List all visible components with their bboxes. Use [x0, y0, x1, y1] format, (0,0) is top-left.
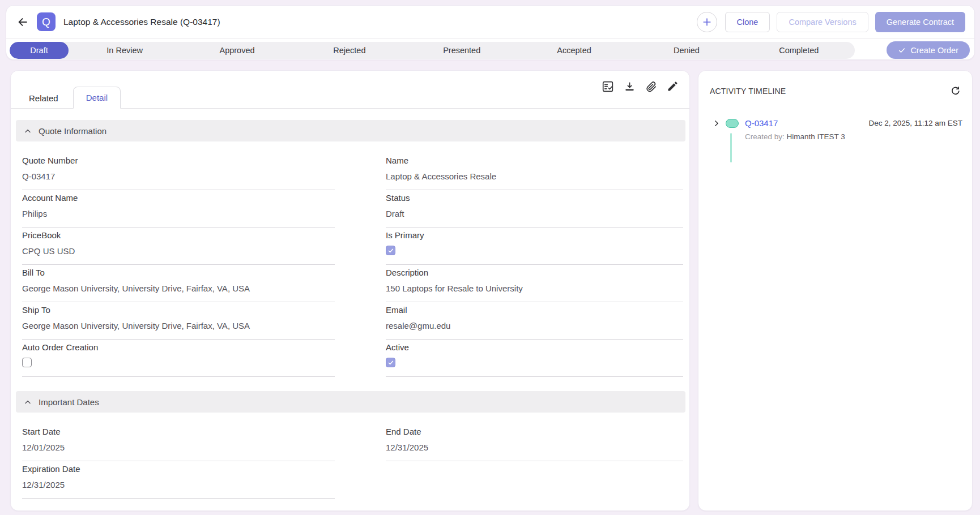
page-title: Laptop & Accessories Resale (Q-03417) — [63, 17, 220, 27]
status-step-completed[interactable]: Completed — [743, 42, 855, 59]
activity-timeline-header: ACTIVITY TIMELINE — [698, 71, 972, 99]
clone-button[interactable]: Clone — [725, 12, 770, 32]
download-button[interactable] — [620, 78, 638, 96]
field-label: Ship To — [22, 305, 335, 315]
fields-column-right: Name Laptop & Accessories Resale Status … — [386, 156, 683, 380]
field-label: Description — [386, 268, 683, 278]
status-step-approved[interactable]: Approved — [181, 42, 293, 59]
section-title: Quote Information — [39, 126, 106, 136]
arrow-left-icon — [16, 16, 29, 28]
paperclip-icon — [645, 80, 658, 93]
field-label: Auto Order Creation — [22, 342, 335, 353]
field-value: Draft — [386, 208, 683, 220]
fact-check-button[interactable] — [599, 78, 617, 96]
field-label: Expiration Date — [22, 464, 335, 474]
field-active: Active — [386, 342, 683, 377]
active-checkbox[interactable] — [386, 358, 395, 367]
field-label: Bill To — [22, 268, 335, 278]
attach-button[interactable] — [642, 78, 660, 96]
field-start-date: Start Date 12/01/2025 — [22, 427, 335, 461]
field-value: George Mason University, University Driv… — [22, 320, 335, 332]
activity-timeline-panel: ACTIVITY TIMELINE Q-03417 Dec 2, 2025, 1… — [698, 70, 973, 511]
field-status: Status Draft — [386, 193, 683, 228]
field-label: Name — [386, 156, 683, 166]
chevron-up-icon — [23, 126, 32, 135]
compare-versions-button[interactable]: Compare Versions — [777, 12, 868, 32]
field-value — [386, 246, 683, 257]
fields-column-left: Start Date 12/01/2025 Expiration Date 12… — [22, 427, 335, 501]
timeline-entry: Q-03417 Dec 2, 2025, 11:12 am EST Create… — [698, 118, 972, 141]
generate-contract-button[interactable]: Generate Contract — [875, 12, 965, 32]
header-card: Q Laptop & Accessories Resale (Q-03417) … — [6, 5, 975, 60]
quote-information-fields: Quote Number Q-03417 Account Name Philip… — [16, 141, 685, 380]
add-button[interactable] — [697, 12, 717, 32]
fact-check-icon — [601, 80, 615, 93]
status-row: Draft In Review Approved Rejected Presen… — [6, 38, 974, 59]
timeline-record-link[interactable]: Q-03417 — [745, 118, 778, 128]
field-ship-to: Ship To George Mason University, Univers… — [22, 305, 335, 340]
section-title: Important Dates — [39, 397, 99, 407]
field-value: 12/01/2025 — [22, 442, 335, 453]
edit-button[interactable] — [663, 78, 681, 96]
important-dates-fields: Start Date 12/01/2025 Expiration Date 12… — [16, 413, 685, 501]
status-step-in-review[interactable]: In Review — [69, 42, 181, 59]
created-by-label: Created by: — [745, 132, 785, 141]
section-important-dates[interactable]: Important Dates — [16, 391, 685, 413]
field-value: 12/31/2025 — [22, 479, 335, 491]
tab-bar: Related Detail — [21, 87, 121, 109]
is-primary-checkbox[interactable] — [386, 246, 395, 255]
field-value — [386, 358, 683, 369]
avatar-letter: Q — [42, 16, 50, 28]
check-icon — [898, 46, 906, 54]
create-order-button[interactable]: Create Order — [887, 41, 970, 59]
field-value — [22, 358, 335, 369]
tab-detail[interactable]: Detail — [73, 87, 121, 109]
field-label: Account Name — [22, 193, 335, 203]
chevron-up-icon — [23, 397, 32, 406]
field-is-primary: Is Primary — [386, 230, 683, 265]
field-value: 150 Laptops for Resale to University — [386, 283, 683, 294]
field-label: Status — [386, 193, 683, 203]
chevron-right-icon — [713, 119, 721, 127]
card-toolbar: Related Detail — [11, 71, 689, 109]
field-label: Quote Number — [22, 156, 335, 166]
fields-column-left: Quote Number Q-03417 Account Name Philip… — [22, 156, 335, 380]
field-label: PriceBook — [22, 230, 335, 241]
plus-icon — [701, 16, 713, 28]
status-step-accepted[interactable]: Accepted — [518, 42, 630, 59]
field-name: Name Laptop & Accessories Resale — [386, 156, 683, 190]
activity-timeline-title: ACTIVITY TIMELINE — [710, 87, 786, 96]
toolbar-icons — [599, 78, 681, 96]
refresh-button[interactable] — [947, 83, 963, 99]
field-value: CPQ US USD — [22, 246, 335, 257]
field-email: Email resale@gmu.edu — [386, 305, 683, 340]
field-end-date: End Date 12/31/2025 — [386, 427, 683, 461]
expand-entry-button[interactable] — [712, 119, 721, 128]
tab-related[interactable]: Related — [21, 88, 66, 109]
status-step-rejected[interactable]: Rejected — [293, 42, 406, 59]
back-button[interactable] — [14, 14, 31, 31]
field-label: Is Primary — [386, 230, 683, 241]
timeline-created-by: Created by: Himanth ITEST 3 — [745, 132, 962, 141]
status-step-presented[interactable]: Presented — [406, 42, 518, 59]
quote-detail-card: Related Detail — [10, 70, 690, 511]
timeline-status-oval — [726, 119, 739, 128]
pencil-icon — [666, 80, 679, 93]
important-dates-section: Important Dates Start Date 12/01/2025 Ex… — [16, 391, 685, 501]
create-order-label: Create Order — [910, 46, 958, 55]
status-step-denied[interactable]: Denied — [630, 42, 743, 59]
section-quote-information[interactable]: Quote Information — [16, 120, 685, 141]
refresh-icon — [949, 85, 961, 97]
field-expiration-date: Expiration Date 12/31/2025 — [22, 464, 335, 499]
field-value: 12/31/2025 — [386, 442, 683, 453]
timeline-timestamp: Dec 2, 2025, 11:12 am EST — [868, 119, 962, 127]
field-bill-to: Bill To George Mason University, Univers… — [22, 268, 335, 302]
field-label: End Date — [386, 427, 683, 437]
auto-order-creation-checkbox[interactable] — [22, 358, 32, 367]
quote-avatar: Q — [37, 12, 56, 31]
fields-column-right: End Date 12/31/2025 — [386, 427, 683, 501]
field-pricebook: PriceBook CPQ US USD — [22, 230, 335, 265]
field-description: Description 150 Laptops for Resale to Un… — [386, 268, 683, 302]
status-path: Draft In Review Approved Rejected Presen… — [10, 42, 855, 59]
status-step-draft[interactable]: Draft — [10, 42, 69, 59]
